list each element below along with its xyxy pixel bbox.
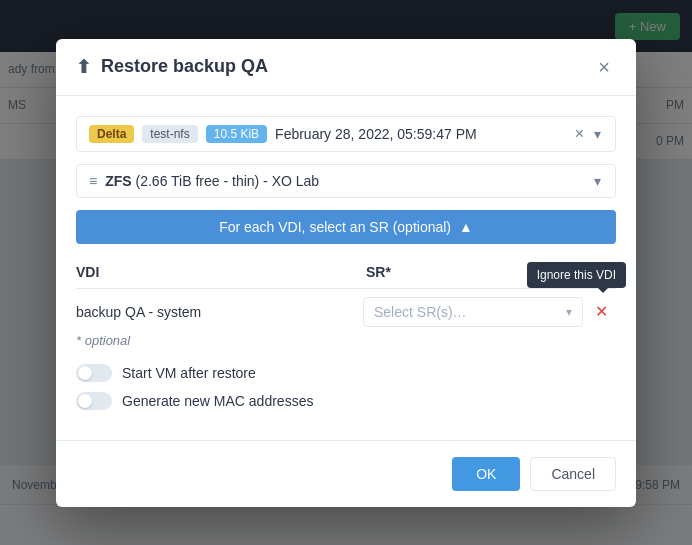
sr-dropdown-placeholder: Select SR(s)… [374,304,467,320]
sr-dropdown-chevron-icon: ▾ [566,305,572,319]
sr-dropdown[interactable]: Select SR(s)… ▾ [363,297,583,327]
cancel-button[interactable]: Cancel [530,457,616,491]
modal-title-container: ⬆ Restore backup QA [76,56,268,78]
start-vm-toggle[interactable] [76,364,112,382]
selector-controls: × ▾ [573,125,603,143]
modal-title-text: Restore backup QA [101,56,268,77]
modal-close-button[interactable]: × [592,55,616,79]
ignore-tooltip: Ignore this VDI [527,262,626,288]
modal-body: Delta test-nfs 10.5 KiB February 28, 202… [56,96,636,440]
vdi-name: backup QA - system [76,304,363,320]
ignore-vdi-button[interactable]: ✕ [587,298,616,325]
start-vm-label: Start VM after restore [122,365,256,381]
upload-icon: ⬆ [76,56,91,78]
expand-vdi-button[interactable]: For each VDI, select an SR (optional) ▲ [76,210,616,244]
tag-delta: Delta [89,125,134,143]
modal-footer: OK Cancel [56,440,636,507]
restore-backup-modal: ⬆ Restore backup QA × Delta test-nfs 10.… [56,39,636,507]
tag-size: 10.5 KiB [206,125,267,143]
backup-clear-button[interactable]: × [573,125,586,143]
mac-label: Generate new MAC addresses [122,393,313,409]
sr-selector[interactable]: ≡ ZFS (2.66 TiB free - thin) - XO Lab ▾ [76,164,616,198]
backup-chevron-button[interactable]: ▾ [592,126,603,142]
vdi-column-header: VDI [76,264,366,280]
modal-header: ⬆ Restore backup QA × [56,39,636,96]
expand-btn-label: For each VDI, select an SR (optional) [219,219,451,235]
mac-toggle[interactable] [76,392,112,410]
modal-backdrop: ⬆ Restore backup QA × Delta test-nfs 10.… [0,0,692,545]
ignore-btn-container: ✕ Ignore this VDI [583,298,616,325]
backup-date: February 28, 2022, 05:59:47 PM [275,126,565,142]
ok-button[interactable]: OK [452,457,520,491]
tag-nfs: test-nfs [142,125,197,143]
start-vm-toggle-row: Start VM after restore [76,364,616,382]
backup-selector[interactable]: Delta test-nfs 10.5 KiB February 28, 202… [76,116,616,152]
vdi-table: VDI SR* backup QA - system Select SR(s)…… [76,260,616,348]
expand-chevron-icon: ▲ [459,219,473,235]
sr-chevron-button[interactable]: ▾ [592,173,603,189]
database-icon: ≡ [89,173,97,189]
optional-note: * optional [76,333,616,348]
mac-toggle-row: Generate new MAC addresses [76,392,616,410]
sr-name: ZFS [105,173,131,189]
sr-label: ZFS (2.66 TiB free - thin) - XO Lab [105,173,584,189]
sr-info-text: (2.66 TiB free - thin) - XO Lab [136,173,320,189]
vdi-row: backup QA - system Select SR(s)… ▾ ✕ Ign… [76,297,616,327]
